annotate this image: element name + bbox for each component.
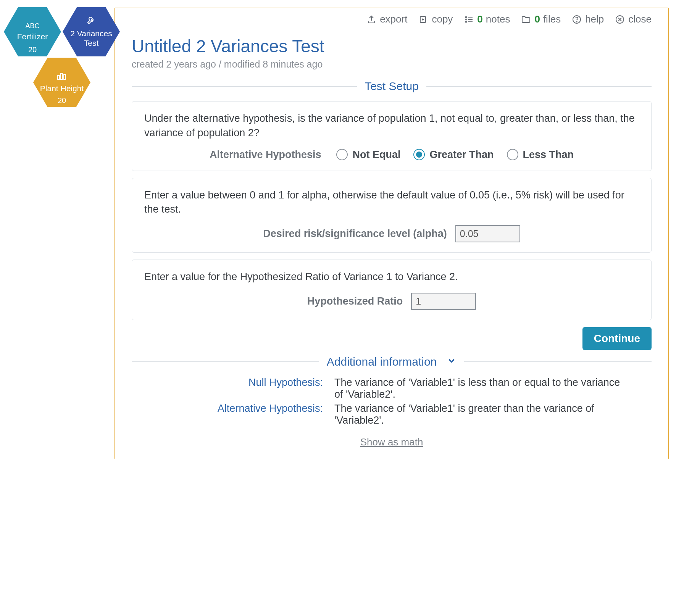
card-alt-hypothesis: Under the alternative hypothesis, is the…	[132, 101, 652, 171]
hex-variances-test[interactable]: 2 Variances Test	[63, 7, 120, 56]
show-as-math-link[interactable]: Show as math	[360, 436, 423, 448]
radio-indicator	[336, 149, 348, 160]
prompt-text: Enter a value between 0 and 1 for alpha,…	[144, 188, 639, 217]
svg-point-8	[466, 19, 467, 20]
hex-plant-height[interactable]: Plant Height 20	[33, 58, 90, 107]
export-button[interactable]: export	[366, 13, 407, 25]
hex-label: 2 Variances Test	[63, 29, 120, 48]
svg-rect-4	[61, 73, 63, 79]
copy-icon	[418, 14, 429, 25]
notes-icon	[463, 14, 474, 25]
toolbar: export copy 0 notes 0 files	[132, 8, 652, 29]
hex-count: 20	[58, 96, 66, 105]
section-test-setup: Test Setup	[132, 80, 652, 93]
prompt-text: Under the alternative hypothesis, is the…	[144, 111, 639, 140]
null-hypothesis-text: The variance of 'Variable1' is less than…	[334, 377, 621, 400]
ratio-label: Hypothesized Ratio	[307, 295, 403, 307]
page-title: Untitled 2 Variances Test	[132, 36, 652, 56]
hex-label: Plant Height	[37, 84, 87, 93]
close-icon	[615, 14, 625, 25]
hypothesis-label: Alternative Hypothesis	[210, 149, 321, 161]
hex-count: 20	[28, 45, 37, 54]
files-button[interactable]: 0 files	[521, 13, 561, 25]
bar-chart-icon	[57, 72, 67, 82]
folder-icon	[521, 14, 531, 25]
help-icon	[571, 14, 582, 25]
hex-label: Fertilizer	[14, 32, 51, 41]
radio-greater-than[interactable]: Greater Than	[413, 149, 494, 161]
svg-rect-3	[58, 76, 60, 79]
svg-point-14	[576, 21, 577, 22]
svg-point-9	[466, 21, 467, 22]
chevron-down-icon	[447, 355, 457, 368]
card-hypothesized-ratio: Enter a value for the Hypothesized Ratio…	[132, 260, 652, 320]
help-button[interactable]: help	[571, 13, 604, 25]
card-alpha: Enter a value between 0 and 1 for alpha,…	[132, 178, 652, 253]
notes-count: 0	[477, 13, 482, 25]
hypothesis-summary: Null Hypothesis: The variance of 'Variab…	[163, 377, 621, 426]
null-hypothesis-label: Null Hypothesis:	[163, 377, 323, 400]
continue-button[interactable]: Continue	[582, 327, 652, 350]
close-button[interactable]: close	[615, 13, 652, 25]
files-count: 0	[534, 13, 540, 25]
svg-point-7	[466, 16, 467, 18]
alt-hypothesis-label: Alternative Hypothesis:	[163, 403, 323, 426]
export-icon	[366, 14, 377, 25]
section-additional-info[interactable]: Additional information	[132, 355, 652, 368]
svg-rect-5	[64, 74, 66, 79]
ratio-input[interactable]	[411, 293, 476, 310]
wrench-icon	[87, 16, 96, 27]
radio-indicator	[413, 149, 425, 160]
alpha-input[interactable]	[455, 225, 520, 242]
radio-not-equal[interactable]: Not Equal	[336, 149, 400, 161]
radio-indicator	[507, 149, 518, 160]
timestamps: created 2 years ago / modified 8 minutes…	[132, 59, 652, 70]
hex-fertilizer[interactable]: ABC Fertilizer 20	[4, 7, 61, 56]
data-hexagons: ABC Fertilizer 20 2 Variances Test Plant…	[4, 3, 126, 148]
alt-hypothesis-text: The variance of 'Variable1' is greater t…	[334, 403, 621, 426]
radio-less-than[interactable]: Less Than	[507, 149, 574, 161]
notes-button[interactable]: 0 notes	[463, 13, 510, 25]
prompt-text: Enter a value for the Hypothesized Ratio…	[144, 270, 639, 284]
main-panel: export copy 0 notes 0 files	[115, 8, 669, 459]
alpha-label: Desired risk/significance level (alpha)	[263, 228, 447, 240]
copy-button[interactable]: copy	[418, 13, 453, 25]
abc-icon: ABC	[25, 22, 39, 31]
